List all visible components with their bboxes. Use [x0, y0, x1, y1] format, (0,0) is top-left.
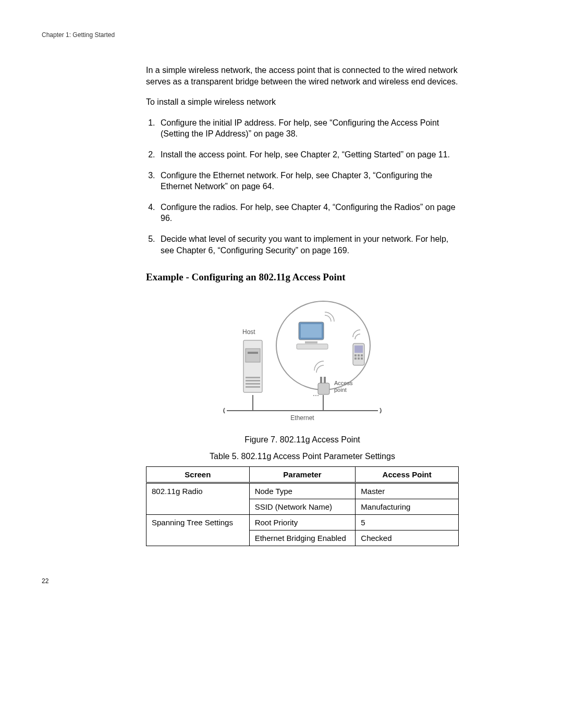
cell-value: 5	[356, 515, 459, 530]
ethernet-label: Ethernet	[290, 414, 314, 422]
cell-value: Checked	[356, 530, 459, 546]
col-parameter: Parameter	[249, 467, 356, 483]
svg-rect-11	[301, 324, 322, 338]
svg-rect-15	[354, 346, 363, 353]
step-1: Configure the initial IP address. For he…	[157, 117, 459, 140]
network-diagram-svg: Ethernet Host	[222, 293, 383, 424]
cell-param: SSID (Network Name)	[249, 499, 356, 515]
svg-rect-17	[358, 354, 360, 356]
svg-rect-16	[354, 354, 357, 356]
step-4: Configure the radios. For help, see Chap…	[157, 202, 459, 224]
svg-rect-24	[320, 377, 322, 383]
table-row: Spanning Tree Settings Root Priority 5	[146, 515, 459, 530]
svg-rect-6	[246, 380, 260, 381]
cell-param: Root Priority	[249, 515, 356, 530]
cell-param: Ethernet Bridging Enabled	[249, 530, 356, 546]
table-row: 802.11g Radio Node Type Master	[146, 483, 459, 499]
cell-value: Manufacturing	[356, 499, 459, 515]
svg-rect-20	[358, 357, 360, 360]
intro-paragraph: In a simple wireless network, the access…	[146, 65, 459, 87]
cell-param: Node Type	[249, 483, 356, 499]
svg-rect-19	[354, 357, 357, 360]
ap-label-1: Access	[334, 380, 353, 386]
cell-value: Master	[356, 483, 459, 499]
cell-screen: Spanning Tree Settings	[146, 515, 250, 546]
step-5: Decide what level of security you want t…	[157, 233, 459, 256]
parameter-table: Screen Parameter Access Point 802.11g Ra…	[146, 466, 459, 546]
ap-label-2: point	[334, 387, 347, 393]
chapter-header: Chapter 1: Getting Started	[42, 31, 521, 39]
col-screen: Screen	[146, 467, 250, 483]
svg-rect-13	[297, 344, 328, 349]
table-caption: Table 5. 802.11g Access Point Parameter …	[146, 452, 459, 461]
svg-rect-21	[361, 357, 363, 360]
svg-rect-25	[324, 377, 326, 383]
page-number: 22	[42, 577, 521, 585]
svg-rect-12	[305, 341, 317, 343]
svg-rect-5	[246, 377, 260, 378]
col-access-point: Access Point	[356, 467, 459, 483]
step-3: Configure the Ethernet network. For help…	[157, 170, 459, 192]
figure-caption: Figure 7. 802.11g Access Point	[146, 435, 459, 445]
lead-sentence: To install a simple wireless network	[146, 96, 459, 108]
step-2: Install the access point. For help, see …	[157, 149, 459, 161]
host-label: Host	[242, 328, 255, 336]
cell-screen: 802.11g Radio	[146, 483, 250, 515]
svg-rect-8	[246, 386, 260, 388]
svg-rect-18	[361, 354, 363, 356]
install-steps: Configure the initial IP address. For he…	[146, 117, 459, 256]
table-header-row: Screen Parameter Access Point	[146, 467, 459, 483]
network-diagram: Ethernet Host	[146, 293, 459, 426]
svg-rect-7	[246, 383, 260, 385]
svg-rect-4	[248, 352, 258, 354]
section-heading: Example - Configuring an 802.11g Access …	[146, 272, 459, 283]
svg-rect-3	[246, 349, 260, 362]
main-content: In a simple wireless network, the access…	[146, 65, 459, 546]
svg-rect-23	[318, 383, 329, 394]
